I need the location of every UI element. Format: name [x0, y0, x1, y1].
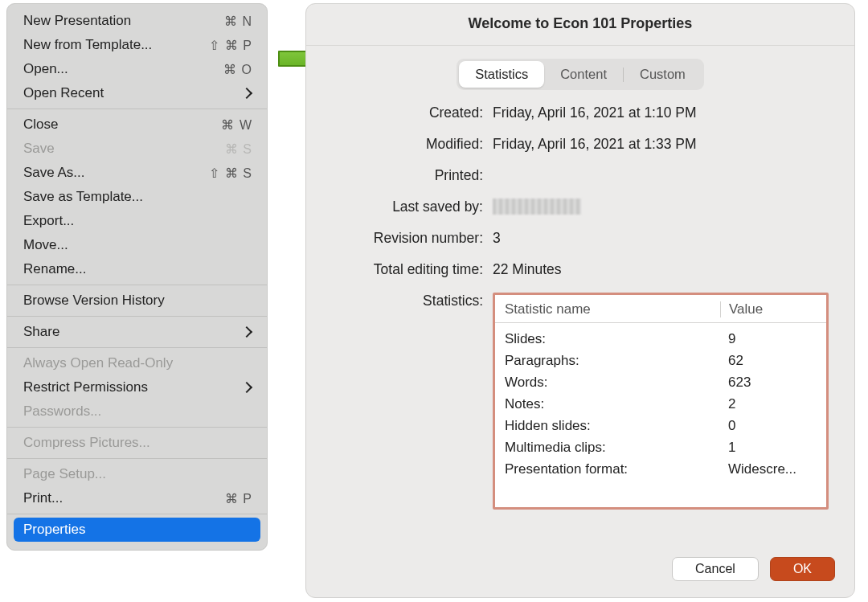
menu-share[interactable]: Share [7, 320, 267, 344]
separator [7, 458, 267, 459]
file-menu: New Presentation ⌘ N New from Template..… [6, 3, 268, 551]
menu-label: Move... [23, 237, 252, 253]
table-row: Presentation format: Widescre... [505, 458, 817, 480]
menu-new-template[interactable]: New from Template... ⇧ ⌘ P [7, 33, 267, 57]
menu-restrict[interactable]: Restrict Permissions [7, 375, 267, 399]
shortcut: ⌘ N [224, 14, 252, 29]
stat-name: Paragraphs: [505, 353, 720, 369]
field-printed: Printed: [332, 167, 829, 184]
chevron-right-icon [241, 88, 252, 99]
shortcut: ⌘ S [225, 141, 252, 157]
field-value: Friday, April 16, 2021 at 1:33 PM [493, 136, 829, 153]
menu-close[interactable]: Close ⌘ W [7, 113, 267, 137]
field-editing-time: Total editing time: 22 Minutes [332, 261, 829, 278]
menu-history[interactable]: Browse Version History [7, 289, 267, 313]
menu-label: Page Setup... [23, 466, 252, 482]
menu-print[interactable]: Print... ⌘ P [7, 486, 267, 510]
menu-label: Properties [23, 522, 252, 538]
table-row: Paragraphs: 62 [505, 350, 817, 371]
stat-name: Presentation format: [505, 461, 720, 477]
field-statistics: Statistics: Statistic name Value Slides:… [332, 293, 829, 510]
separator [7, 316, 267, 317]
field-revision: Revision number: 3 [332, 230, 829, 247]
menu-compress: Compress Pictures... [7, 431, 267, 455]
menu-open-recent[interactable]: Open Recent [7, 81, 267, 105]
menu-label: Open... [23, 61, 223, 77]
statistics-table: Statistic name Value Slides: 9 Paragraph… [493, 293, 829, 510]
field-created: Created: Friday, April 16, 2021 at 1:10 … [332, 104, 829, 121]
table-row: Slides: 9 [505, 328, 817, 350]
menu-label: New from Template... [23, 37, 209, 53]
field-label: Last saved by: [332, 199, 493, 215]
menu-save-template[interactable]: Save as Template... [7, 185, 267, 209]
shortcut: ⇧ ⌘ P [209, 38, 252, 53]
menu-properties[interactable]: Properties [14, 518, 260, 542]
stat-name: Hidden slides: [505, 418, 720, 434]
menu-label: Close [23, 117, 221, 133]
dialog-title: Welcome to Econ 101 Properties [306, 4, 854, 46]
menu-label: Print... [23, 490, 225, 506]
separator [7, 514, 267, 514]
stat-name: Multimedia clips: [505, 440, 720, 456]
menu-read-only: Always Open Read-Only [7, 351, 267, 375]
stat-value: 2 [720, 396, 817, 412]
stat-value: 62 [720, 353, 817, 369]
menu-save-as[interactable]: Save As... ⇧ ⌘ S [7, 161, 267, 185]
menu-passwords: Passwords... [7, 399, 267, 424]
field-label: Created: [332, 104, 493, 121]
menu-page-setup: Page Setup... [7, 462, 267, 486]
stat-name: Words: [505, 375, 720, 391]
field-value: Friday, April 16, 2021 at 1:10 PM [493, 104, 829, 121]
menu-label: Passwords... [23, 403, 252, 420]
field-value: 22 Minutes [493, 261, 829, 278]
stat-name: Notes: [505, 396, 720, 412]
ok-button[interactable]: OK [770, 557, 835, 581]
table-row: Words: 623 [505, 371, 817, 393]
column-value: Value [720, 301, 817, 317]
redacted-value [493, 199, 581, 215]
table-row: Hidden slides: 0 [505, 415, 817, 436]
stat-value: Widescre... [720, 461, 817, 477]
properties-fields: Created: Friday, April 16, 2021 at 1:10 … [306, 104, 854, 524]
menu-label: Save As... [23, 165, 209, 181]
table-row: Multimedia clips: 1 [505, 436, 817, 458]
cancel-button[interactable]: Cancel [672, 557, 759, 581]
menu-rename[interactable]: Rename... [7, 257, 267, 281]
stat-value: 9 [720, 331, 817, 347]
menu-label: Rename... [23, 261, 252, 277]
separator [7, 347, 267, 348]
tab-content[interactable]: Content [544, 61, 623, 88]
menu-label: Browse Version History [23, 293, 252, 309]
stat-value: 0 [720, 418, 817, 434]
menu-new[interactable]: New Presentation ⌘ N [7, 9, 267, 33]
menu-move[interactable]: Move... [7, 233, 267, 257]
field-label: Total editing time: [332, 261, 493, 278]
chevron-right-icon [241, 382, 252, 393]
table-row: Notes: 2 [505, 393, 817, 415]
shortcut: ⇧ ⌘ S [209, 166, 252, 181]
field-last-saved-by: Last saved by: [332, 199, 829, 215]
menu-label: Save as Template... [23, 189, 252, 205]
menu-label: Share [23, 324, 243, 340]
field-value: 3 [493, 230, 829, 247]
menu-export[interactable]: Export... [7, 209, 267, 233]
properties-dialog: Welcome to Econ 101 Properties Statistic… [305, 3, 855, 598]
dialog-buttons: Cancel OK [306, 557, 854, 597]
menu-label: Compress Pictures... [23, 435, 252, 451]
menu-label: New Presentation [23, 13, 224, 29]
field-label: Printed: [332, 167, 493, 184]
menu-label: Restrict Permissions [23, 379, 243, 395]
tab-statistics[interactable]: Statistics [459, 61, 544, 88]
column-statistic-name: Statistic name [505, 301, 720, 317]
field-label: Modified: [332, 136, 493, 153]
tab-custom[interactable]: Custom [624, 61, 702, 88]
menu-label: Save [23, 141, 225, 157]
menu-label: Export... [23, 213, 252, 229]
dialog-tabs: Statistics Content Custom [457, 59, 704, 90]
separator [7, 285, 267, 285]
field-modified: Modified: Friday, April 16, 2021 at 1:33… [332, 136, 829, 153]
field-label: Statistics: [332, 293, 493, 309]
stat-value: 1 [720, 440, 817, 456]
table-body: Slides: 9 Paragraphs: 62 Words: 623 Note… [495, 323, 826, 486]
menu-open[interactable]: Open... ⌘ O [7, 57, 267, 81]
